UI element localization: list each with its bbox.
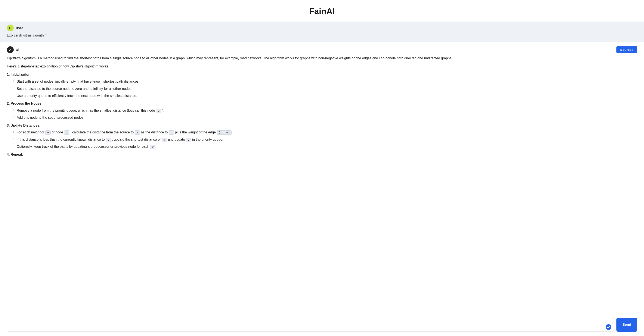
step-2: 2. Process the Nodes: Remove a node from… (7, 101, 637, 120)
step-4: 4. Repeat: (7, 152, 637, 157)
ai-intro: Dijkstra's algorithm is a method used to… (7, 55, 637, 61)
ai-header-left: A ai (7, 46, 18, 53)
code-v2: v (135, 130, 140, 135)
step-4-label: Repeat (11, 153, 22, 156)
step-3-label: Update Distances (11, 124, 39, 127)
step-1-label: Initialization (11, 73, 30, 76)
list-item: If this distance is less than the curren… (13, 137, 637, 143)
ai-message-block: A ai Sources Dijkstra's algorithm is a m… (0, 42, 644, 165)
step-2-sub-list: Remove a node from the priority queue, w… (13, 108, 637, 121)
user-username: user (16, 25, 23, 31)
step-2-label: Process the Nodes (11, 102, 42, 105)
step-list: 1. Initialization: Start with a set of n… (7, 72, 637, 157)
main-content: FainAI U user Explain djikstras algorith… (0, 0, 644, 190)
step-3: 3. Update Distances: For each neighbor v… (7, 123, 637, 150)
code-uv: (u, v) (217, 130, 232, 135)
list-item: Add this node to the set of processed no… (13, 115, 637, 120)
list-item: Optionally, keep track of the paths by u… (13, 144, 637, 150)
code-u: u (156, 109, 161, 113)
list-item: Remove a node from the priority queue, w… (13, 108, 637, 114)
ai-body: Dijkstra's algorithm is a method used to… (7, 55, 637, 157)
list-item: Start with a set of nodes, initially emp… (13, 79, 637, 84)
list-item: Use a priority queue to efficiently fetc… (13, 93, 637, 99)
step-3-sub-list: For each neighbor v of node u , calculat… (13, 130, 637, 150)
code-u2: u (64, 130, 70, 135)
user-message-block: U user Explain djikstras algorithim (0, 21, 644, 42)
list-item: Set the distance to the source node to z… (13, 86, 637, 92)
code-v3: v (106, 138, 111, 142)
step-2-number: 2. (7, 102, 11, 105)
code-u3: u (169, 130, 174, 135)
step-3-number: 3. (7, 124, 11, 127)
ai-username: ai (16, 47, 18, 52)
code-v4: v (162, 138, 167, 142)
user-header: U user (7, 24, 637, 31)
ai-avatar: A (7, 46, 14, 53)
code-v6: v (150, 145, 156, 149)
ai-header: A ai Sources (7, 46, 637, 53)
step-1-sub-list: Start with a set of nodes, initially emp… (13, 79, 637, 99)
step-1: 1. Initialization: Start with a set of n… (7, 72, 637, 99)
page-title: FainAI (0, 0, 644, 21)
ai-step-intro: Here's a step-by-step explanation of how… (7, 64, 637, 69)
user-avatar: U (7, 24, 14, 31)
code-v1: v (45, 130, 51, 135)
step-4-number: 4. (7, 153, 11, 156)
step-1-number: 1. (7, 73, 11, 76)
code-v5: v (186, 138, 191, 142)
sources-button[interactable]: Sources (616, 46, 637, 53)
user-text: Explain djikstras algorithim (7, 33, 637, 38)
list-item: For each neighbor v of node u , calculat… (13, 130, 637, 135)
